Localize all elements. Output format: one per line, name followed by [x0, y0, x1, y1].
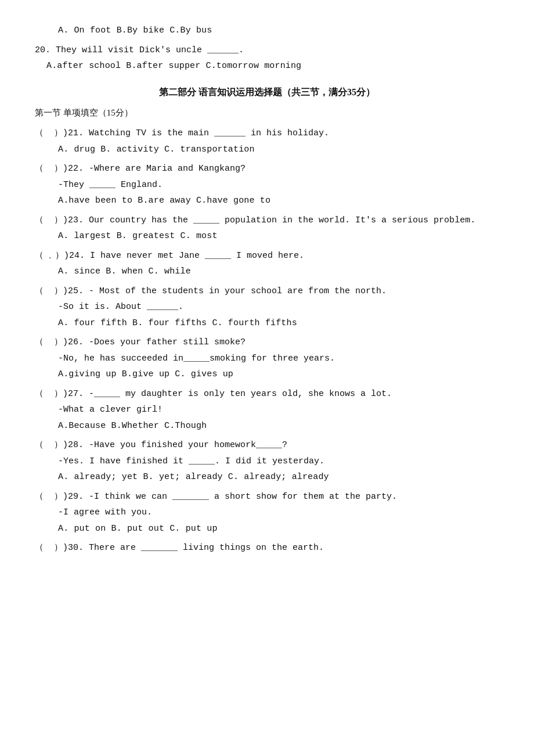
q28-stem: （ ）)28. -Have you finished your homework…: [35, 438, 499, 453]
q29-sub: -I agree with you.: [58, 505, 499, 520]
q22-options: A.have been to B.are away C.have gone to: [58, 193, 499, 208]
q22-sub: -They _____ England.: [58, 178, 499, 193]
q30-stem: （ ）)30. There are _______ living things …: [35, 541, 499, 556]
q21-block: （ ）)21. Watching TV is the main ______ i…: [35, 126, 499, 157]
q23-options: A. largest B. greatest C. most: [58, 229, 499, 244]
q28-block: （ ）)28. -Have you finished your homework…: [35, 438, 499, 485]
q29-stem: （ ）)29. -I think we can _______ a short …: [35, 489, 499, 505]
q21-stem: （ ）)21. Watching TV is the main ______ i…: [35, 126, 499, 141]
q22-stem: （ ）)22. -Where are Maria and Kangkang?: [35, 161, 499, 177]
q26-sub: -No, he has succeeded in_____smoking for…: [58, 351, 499, 366]
q25-options: A. four fifth B. four fifths C. fourth f…: [58, 316, 499, 331]
q30-block: （ ）)30. There are _______ living things …: [35, 541, 499, 556]
q26-block: （ ）)26. -Does your father still smoke? -…: [35, 335, 499, 382]
q20-stem: 20. They will visit Dick's uncle ______.: [35, 43, 499, 58]
q29-block: （ ）)29. -I think we can _______ a short …: [35, 489, 499, 537]
q29-options: A. put on B. put out C. put up: [58, 521, 499, 537]
exam-page: A. On foot B.By bike C.By bus 20. They w…: [35, 23, 499, 556]
section2-header: 第二部分 语言知识运用选择题（共三节，满分35分）: [35, 84, 499, 100]
section1-label: 第一节 单项填空（15分）: [35, 106, 499, 121]
q27-sub: -What a clever girl!: [58, 402, 499, 417]
q24-block: （ 。）)24. I have never met Jane _____ I m…: [35, 249, 499, 279]
q20-options: A.after school B.after supper C.tomorrow…: [46, 59, 499, 74]
q20-block: 20. They will visit Dick's uncle ______.…: [35, 43, 499, 74]
q24-stem: （ 。）)24. I have never met Jane _____ I m…: [35, 249, 499, 264]
q26-options: A.giving up B.give up C. gives up: [58, 367, 499, 382]
q19-options-line: A. On foot B.By bike C.By bus: [35, 23, 499, 38]
q26-stem: （ ）)26. -Does your father still smoke?: [35, 335, 499, 350]
q22-block: （ ）)22. -Where are Maria and Kangkang? -…: [35, 161, 499, 208]
q27-options: A.Because B.Whether C.Though: [58, 419, 499, 434]
q28-sub: -Yes. I have finished it _____. I did it…: [58, 454, 499, 469]
q28-options: A. already; yet B. yet; already C. alrea…: [58, 470, 499, 485]
q27-block: （ ）)27. -_____ my daughter is only ten y…: [35, 387, 499, 434]
q27-stem: （ ）)27. -_____ my daughter is only ten y…: [35, 387, 499, 402]
q23-stem: （ ）)23. Our country has the _____ popula…: [35, 213, 499, 228]
q23-block: （ ）)23. Our country has the _____ popula…: [35, 213, 499, 244]
q21-options: A. drug B. activity C. transportation: [58, 142, 499, 157]
q25-block: （ ）)25. - Most of the students in your s…: [35, 284, 499, 331]
q25-sub: -So it is. About ______.: [58, 300, 499, 315]
q25-stem: （ ）)25. - Most of the students in your s…: [35, 284, 499, 299]
q24-options: A. since B. when C. while: [58, 264, 499, 279]
q19-options: A. On foot B.By bike C.By bus: [58, 23, 499, 38]
